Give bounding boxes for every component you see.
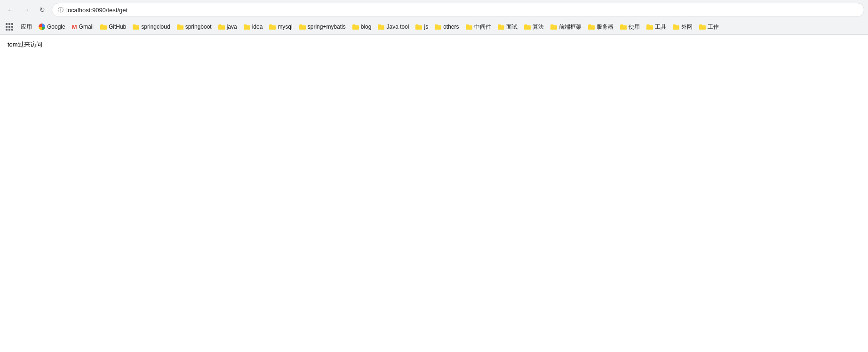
folder-icon [588, 24, 595, 30]
address-bar[interactable]: ⓘ localhost:9090/test/get [52, 3, 864, 17]
bookmark-zhongjianjiann[interactable]: 中间件 [463, 21, 494, 32]
back-button[interactable]: ← [4, 3, 17, 16]
bookmark-label: GitHub [109, 23, 126, 30]
bookmark-label: mysql [278, 23, 292, 30]
bookmark-label: blog [361, 23, 372, 30]
page-text: tom过来访问 [8, 40, 860, 49]
folder-icon [218, 24, 225, 30]
bookmark-others[interactable]: others [432, 21, 462, 32]
bookmark-label: 面试 [506, 23, 518, 31]
bookmark-java[interactable]: java [215, 21, 240, 32]
google-icon [39, 23, 45, 30]
folder-icon [378, 24, 384, 30]
bookmark-blog[interactable]: blog [350, 21, 374, 32]
folder-icon [550, 24, 557, 30]
reload-button[interactable]: ↻ [36, 3, 49, 16]
apps-button[interactable] [4, 21, 15, 32]
bookmark-label: 中间件 [474, 23, 491, 31]
bookmark-label: others [443, 23, 459, 30]
url-text: localhost:9090/test/get [66, 7, 858, 14]
gmail-label: Gmail [79, 23, 94, 30]
bookmark-label: 使用 [629, 23, 640, 31]
bookmark-springboot[interactable]: springboot [174, 21, 215, 32]
apps-label-text: 应用 [21, 23, 32, 31]
bookmark-google[interactable]: Google [36, 21, 68, 32]
bookmark-mianshi[interactable]: 面试 [495, 21, 520, 32]
bookmark-apps-label[interactable]: 应用 [18, 21, 35, 32]
bookmark-spring-mybatis[interactable]: spring+mybatis [296, 21, 349, 32]
bookmark-label: 工具 [655, 23, 666, 31]
bookmark-label: 服务器 [597, 23, 613, 31]
folder-icon [244, 24, 250, 30]
bookmark-suanfa[interactable]: 算法 [521, 21, 547, 32]
folder-icon [673, 24, 679, 30]
bookmark-label: spring+mybatis [308, 23, 346, 30]
forward-button[interactable]: → [20, 3, 33, 16]
folder-icon [524, 24, 531, 30]
bookmark-label: 工作 [708, 23, 719, 31]
bookmark-gongzuo[interactable]: 工作 [696, 21, 722, 32]
bookmark-label: Java tool [386, 23, 409, 30]
bookmark-label: js [424, 23, 428, 30]
gmail-icon: M [72, 23, 77, 31]
bookmark-label: 外网 [681, 23, 693, 31]
google-label: Google [47, 23, 65, 30]
apps-grid-icon [6, 23, 13, 31]
folder-icon [466, 24, 472, 30]
folder-icon [435, 24, 441, 30]
bookmark-gongju[interactable]: 工具 [644, 21, 669, 32]
lock-icon: ⓘ [58, 6, 64, 14]
folder-icon [699, 24, 706, 30]
folder-icon [620, 24, 627, 30]
bookmark-fuwuqi[interactable]: 服务器 [585, 21, 616, 32]
page-content: tom过来访问 [0, 35, 868, 55]
bookmark-label: springcloud [141, 23, 170, 30]
bookmark-label: 算法 [533, 23, 544, 31]
folder-icon [100, 24, 107, 30]
bookmark-qianduankuangjia[interactable]: 前端框架 [548, 21, 584, 32]
folder-icon [646, 24, 653, 30]
bookmarks-bar: 应用 Google M Gmail GitHub springcloud spr… [0, 20, 868, 34]
browser-toolbar: ← → ↻ ⓘ localhost:9090/test/get [0, 0, 868, 20]
bookmark-label: java [227, 23, 237, 30]
bookmark-java-tool[interactable]: Java tool [375, 21, 412, 32]
bookmark-springcloud[interactable]: springcloud [130, 21, 173, 32]
bookmark-gmail[interactable]: M Gmail [69, 21, 96, 32]
folder-icon [352, 24, 359, 30]
folder-icon [299, 24, 306, 30]
folder-icon [133, 24, 139, 30]
bookmark-js[interactable]: js [413, 21, 431, 32]
bookmark-shiyong[interactable]: 使用 [617, 21, 643, 32]
bookmark-label: idea [252, 23, 263, 30]
browser-chrome: ← → ↻ ⓘ localhost:9090/test/get 应用 Googl… [0, 0, 868, 35]
bookmark-github[interactable]: GitHub [97, 21, 129, 32]
bookmark-idea[interactable]: idea [241, 21, 266, 32]
folder-icon [269, 24, 276, 30]
bookmark-label: 前端框架 [559, 23, 581, 31]
bookmark-label: springboot [185, 23, 212, 30]
folder-icon [177, 24, 183, 30]
bookmark-waiwang[interactable]: 外网 [670, 21, 695, 32]
folder-icon [415, 24, 422, 30]
folder-icon [498, 24, 504, 30]
bookmark-mysql[interactable]: mysql [266, 21, 295, 32]
